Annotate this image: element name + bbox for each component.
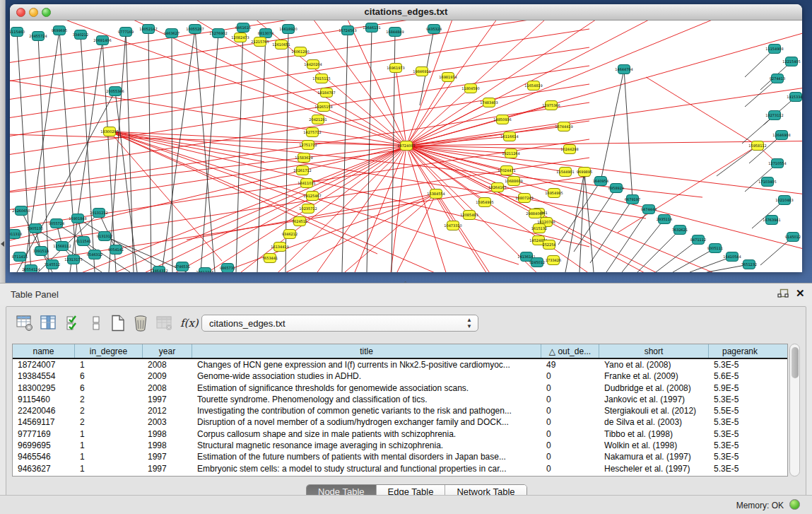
float-panel-icon[interactable]	[777, 288, 789, 300]
table-row[interactable]: 1830029562008Estimation of significance …	[13, 382, 787, 394]
graph-node[interactable]: 6461616	[235, 23, 251, 33]
network-canvas[interactable]: 9115460204557249699695334021220691406977…	[10, 21, 802, 272]
graph-node[interactable]: 10055287	[186, 25, 204, 34]
trash-icon[interactable]	[132, 314, 149, 332]
table-selector-dropdown[interactable]: citations_edges.txt ▲▼	[201, 315, 478, 332]
table-row[interactable]: 911546021997Tourette syndrome. Phenomeno…	[13, 394, 787, 405]
graph-node[interactable]: 10235712	[299, 204, 317, 214]
graph-node[interactable]: 9777169	[118, 28, 134, 37]
table-row[interactable]: 1938455462009Genome-wide association stu…	[13, 370, 787, 382]
graph-node[interactable]: 16744419	[555, 122, 572, 132]
graph-node[interactable]: 9274413	[770, 74, 785, 83]
graph-node[interactable]: 11583619	[295, 153, 312, 163]
graph-node[interactable]: 8471112	[690, 235, 706, 245]
graph-node[interactable]: 12082473	[231, 33, 249, 42]
table-row[interactable]: 2242004622012Investigating the contribut…	[13, 405, 787, 416]
graph-node[interactable]: 16410544	[723, 252, 741, 262]
graph-node[interactable]: 9865731	[220, 264, 235, 273]
graph-node[interactable]: 9435324	[426, 25, 442, 34]
table-row[interactable]: 946554611997Estimation of the future num…	[13, 451, 787, 462]
graph-node[interactable]: 6679197	[625, 195, 640, 204]
graph-node[interactable]: 20455724	[29, 32, 47, 41]
graph-node[interactable]: 16844849	[386, 28, 404, 37]
network-view-window[interactable]: citations_edges.txt 91154602045572496996…	[10, 4, 802, 271]
graph-node[interactable]: 18184787	[317, 88, 335, 98]
graph-node[interactable]: 252254	[542, 240, 555, 250]
graph-node[interactable]: 9245012	[529, 258, 545, 267]
graph-node[interactable]: 11544901	[556, 168, 574, 177]
graph-node[interactable]: 8813074	[258, 29, 273, 38]
graph-node[interactable]: 12215405	[782, 57, 800, 66]
graph-node[interactable]: 11154908	[765, 45, 783, 54]
graph-node[interactable]: 3340212	[73, 30, 88, 40]
column-visibility-icon[interactable]	[40, 314, 57, 332]
graph-node[interactable]: 10244298	[560, 145, 578, 154]
graph-node[interactable]: 7624511	[292, 217, 307, 226]
graph-node[interactable]: 19846911	[413, 67, 430, 76]
graph-node[interactable]: 20612345	[196, 268, 213, 273]
graph-node[interactable]: 20131212	[90, 209, 107, 218]
graph-node[interactable]: 15901848	[69, 214, 86, 223]
graph-node[interactable]: 2935114	[657, 215, 672, 224]
graph-node[interactable]: 9131312	[97, 232, 112, 241]
column-header-name[interactable]: name	[13, 344, 75, 358]
select-rows-icon[interactable]	[66, 314, 83, 332]
graph-node[interactable]: 15954995	[476, 198, 493, 207]
left-splitter[interactable]	[0, 0, 6, 283]
graph-node[interactable]: 9115460	[10, 28, 25, 37]
column-header-in-degree[interactable]: in_degree	[75, 344, 143, 358]
graph-node[interactable]: 9474444	[641, 205, 657, 214]
scrollbar-thumb[interactable]	[792, 347, 799, 378]
close-panel-icon[interactable]: ✕	[796, 287, 805, 300]
column-header-pagerank[interactable]: pagerank	[709, 344, 771, 358]
graph-node[interactable]: 12085493	[460, 211, 478, 220]
window-titlebar[interactable]: citations_edges.txt	[10, 4, 802, 21]
graph-node[interactable]: 9145012	[785, 233, 801, 242]
graph-node[interactable]: 12646908	[772, 131, 790, 140]
graph-node[interactable]: 15276902	[209, 29, 227, 38]
graph-node[interactable]: 11654819	[524, 81, 542, 90]
graph-node[interactable]: 16116614	[500, 132, 518, 141]
column-header-out-degree[interactable]: △ out_de...	[541, 344, 599, 358]
column-header-year[interactable]: year	[143, 344, 192, 358]
graph-node[interactable]: 10473310	[444, 221, 461, 230]
graph-node[interactable]: 19265158	[314, 103, 332, 112]
graph-node[interactable]: 7632621	[672, 226, 688, 235]
graph-node[interactable]: 9305111	[707, 244, 723, 253]
graph-node[interactable]: 1733426	[546, 256, 561, 265]
graph-node[interactable]: 9346212	[282, 230, 298, 239]
graph-node[interactable]: 14153342	[787, 93, 802, 102]
graph-node[interactable]: 16618920	[279, 25, 297, 34]
table-mode-icon[interactable]	[16, 314, 33, 332]
graph-node[interactable]: 17815115	[312, 74, 330, 83]
graph-node[interactable]: 9699895	[577, 168, 592, 177]
graph-node[interactable]: 3911318	[10, 230, 22, 239]
graph-node[interactable]: 20691406	[93, 36, 111, 45]
graph-node[interactable]: 18807249	[515, 194, 533, 203]
graph-node[interactable]: 14420204	[304, 60, 322, 69]
table-row[interactable]: 977716911998Corpus callosum shape and si…	[13, 428, 787, 440]
graph-node[interactable]: 16961973	[387, 64, 404, 73]
graph-node[interactable]: 14644794	[615, 65, 632, 74]
graph-node[interactable]: 1640954	[593, 177, 608, 186]
graph-node[interactable]: 12975366	[542, 101, 560, 110]
graph-node[interactable]: 7145512	[45, 260, 60, 269]
graph-node[interactable]: 9055724	[49, 219, 64, 228]
graph-node[interactable]: 12610651	[272, 40, 290, 49]
graph-node[interactable]: 1615132	[531, 224, 547, 233]
graph-node[interactable]: 12710554	[768, 159, 786, 168]
new-table-icon[interactable]	[110, 314, 126, 332]
graph-node[interactable]: 9054141	[108, 245, 124, 255]
graph-node[interactable]: 8711415	[12, 252, 28, 262]
graph-node[interactable]: 16061290	[291, 47, 309, 57]
graph-node[interactable]: 18273112	[765, 111, 783, 120]
graph-node[interactable]: 9699695	[52, 26, 67, 35]
graph-node[interactable]: 10210483	[775, 196, 793, 205]
table-row[interactable]: 969969511998Structural magnetic resonanc…	[13, 440, 787, 451]
table-row[interactable]: 1872400712008Changes of HCN gene express…	[13, 359, 787, 370]
graph-node[interactable]: 9463627	[164, 29, 180, 38]
graph-node[interactable]: 6546312	[87, 250, 102, 259]
graph-node[interactable]: 6111541	[76, 237, 91, 246]
graph-node[interactable]: 8958924	[608, 184, 624, 193]
graph-node[interactable]: 16981974	[439, 73, 457, 82]
